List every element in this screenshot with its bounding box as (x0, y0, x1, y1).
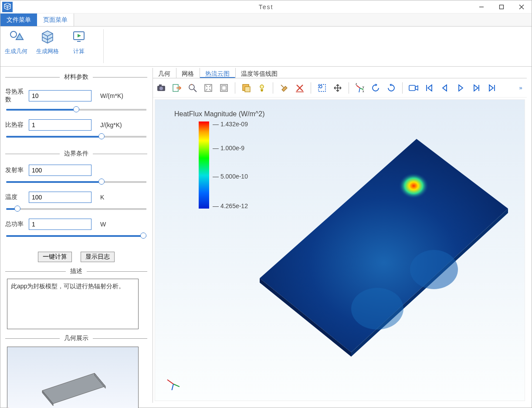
camera-icon[interactable] (155, 81, 168, 94)
minimize-button[interactable] (471, 0, 491, 13)
specific-heat-slider[interactable] (5, 133, 147, 140)
select-window-icon[interactable] (315, 81, 329, 94)
viewer-tabs: 几何 网格 热流云图 温度等值线图 (153, 68, 527, 78)
compute-icon (71, 29, 87, 45)
svg-line-49 (172, 384, 173, 390)
temperature-input[interactable] (29, 192, 91, 203)
svg-rect-22 (222, 86, 226, 90)
rotate-ccw-icon[interactable] (369, 81, 382, 94)
description-text: 此app为封板模型，可以进行热辐射分析。 (7, 279, 139, 329)
svg-point-31 (319, 85, 322, 88)
svg-point-4 (10, 31, 17, 37)
emissivity-label: 发射率 (5, 166, 29, 174)
thermal-conductivity-unit: W/(m*K) (100, 92, 123, 99)
geom-preview-title: 几何展示 (60, 334, 93, 342)
svg-text:x: x (363, 90, 364, 93)
thermal-conductivity-input[interactable] (29, 90, 91, 101)
viewer-tab-heatflux[interactable]: 热流云图 (200, 68, 235, 78)
description-title: 描述 (66, 267, 87, 275)
menu-tab-file[interactable]: 文件菜单 (0, 13, 37, 26)
power-input[interactable] (29, 219, 91, 230)
zoom-box-icon[interactable] (217, 81, 230, 94)
ribbon-label: 生成网格 (36, 47, 59, 55)
svg-point-25 (260, 85, 264, 88)
ribbon-label: 生成几何 (5, 47, 27, 55)
clear-icon[interactable] (278, 81, 291, 94)
delete-icon[interactable] (293, 81, 306, 94)
emissivity-slider[interactable] (5, 179, 147, 185)
svg-text:y: y (363, 85, 364, 89)
temperature-slider[interactable] (5, 206, 147, 212)
show-log-button[interactable]: 显示日志 (81, 252, 115, 262)
play-icon[interactable] (454, 81, 467, 94)
thermal-conductivity-slider[interactable] (5, 106, 147, 113)
title-bar: Test (0, 0, 532, 13)
svg-point-46 (410, 250, 458, 289)
toolbar-overflow-icon[interactable]: » (516, 81, 525, 94)
axis-triad-icon[interactable]: yzx (353, 81, 366, 94)
specific-heat-label: 比热容 (5, 121, 29, 129)
svg-rect-24 (245, 87, 250, 92)
legend-title: HeatFlux Magnitude (W/m^2) (174, 110, 265, 118)
power-slider[interactable] (5, 233, 147, 239)
rotate-cw-icon[interactable] (385, 81, 398, 94)
svg-line-26 (281, 85, 284, 88)
pan-icon[interactable] (331, 81, 344, 94)
close-button[interactable] (512, 0, 532, 13)
temperature-unit: K (100, 194, 104, 201)
zoom-icon[interactable]: + (186, 81, 199, 94)
sidebar: 材料参数 导热系数 W/(m*K) 比热容 J/(kg*K) 边界条件 发射率 (5, 68, 152, 403)
light-icon[interactable] (255, 81, 268, 94)
animation-record-icon[interactable] (407, 81, 420, 94)
maximize-button[interactable] (491, 0, 512, 13)
3d-viewport[interactable]: HeatFlux Magnitude (W/m^2) — 1.432e-09 —… (155, 99, 525, 401)
specific-heat-input[interactable] (29, 119, 91, 131)
last-frame-icon[interactable] (485, 81, 498, 94)
window-title: Test (0, 3, 532, 10)
svg-marker-7 (42, 373, 105, 404)
ribbon-generate-mesh[interactable]: 生成网格 (35, 29, 60, 63)
ribbon-generate-geometry[interactable]: 生成几何 (4, 29, 28, 63)
svg-line-18 (194, 89, 197, 92)
temperature-label: 温度 (5, 193, 29, 201)
svg-line-50 (167, 380, 173, 384)
viewer-tab-mesh[interactable]: 网格 (176, 68, 200, 78)
viewer-tab-isotherm[interactable]: 温度等值线图 (236, 68, 283, 78)
mesh-icon (40, 29, 55, 45)
app-icon (2, 2, 13, 12)
svg-point-14 (159, 87, 163, 90)
power-unit: W (100, 221, 106, 228)
menu-tabs: 文件菜单 页面菜单 (0, 13, 532, 27)
next-frame-icon[interactable] (470, 81, 483, 94)
svg-text:+: + (190, 83, 193, 87)
svg-line-48 (173, 384, 180, 387)
svg-rect-1 (500, 5, 504, 9)
export-icon[interactable] (170, 81, 183, 94)
menu-tab-page[interactable]: 页面菜单 (37, 13, 74, 26)
material-params-title: 材料参数 (60, 73, 93, 81)
svg-rect-15 (159, 84, 162, 86)
viewer-area: 几何 网格 热流云图 温度等值线图 + yzx (152, 68, 527, 403)
svg-line-34 (356, 85, 360, 88)
zoom-extents-icon[interactable] (202, 81, 215, 94)
first-frame-icon[interactable] (423, 81, 436, 94)
power-label: 总功率 (5, 220, 29, 228)
compute-button[interactable]: 一键计算 (38, 252, 72, 262)
select-box-icon[interactable] (240, 81, 253, 94)
emissivity-input[interactable] (29, 165, 91, 176)
ribbon: 生成几何 生成网格 计算 (0, 27, 532, 67)
geometry-icon (8, 29, 24, 45)
svg-rect-38 (409, 85, 415, 91)
svg-line-33 (359, 88, 360, 92)
svg-text:z: z (356, 83, 357, 85)
result-plate (242, 121, 512, 365)
geometry-preview[interactable] (7, 347, 139, 408)
svg-point-47 (351, 288, 403, 330)
legend-mid1: — 1.000e-9 (213, 145, 244, 152)
thermal-conductivity-label: 导热系数 (5, 88, 29, 104)
ribbon-compute[interactable]: 计算 (67, 29, 91, 63)
boundary-conditions-title: 边界条件 (60, 150, 93, 158)
specific-heat-unit: J/(kg*K) (100, 121, 122, 128)
prev-frame-icon[interactable] (438, 81, 451, 94)
viewer-tab-geometry[interactable]: 几何 (153, 68, 176, 78)
